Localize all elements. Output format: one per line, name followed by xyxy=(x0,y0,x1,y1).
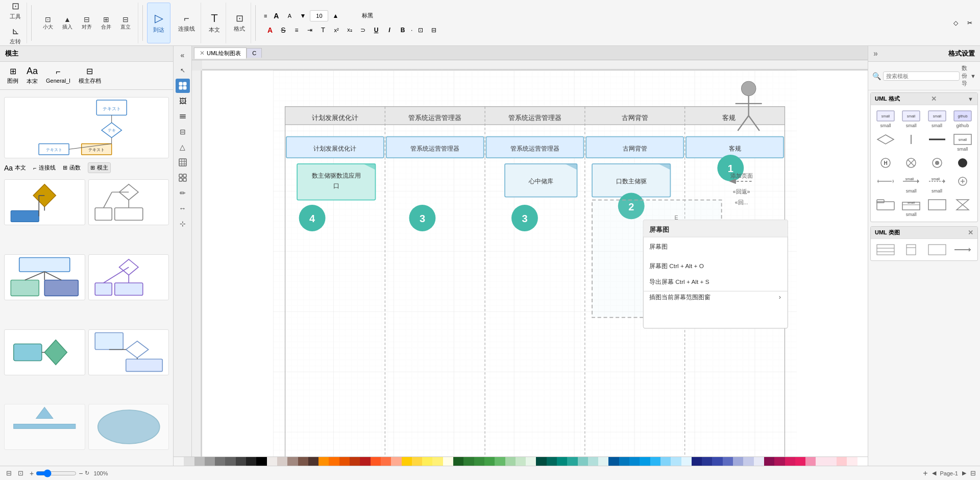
color-swatch[interactable] xyxy=(557,457,567,466)
resize-button[interactable]: ⊡ 小大 xyxy=(39,14,57,32)
zoom-slider[interactable] xyxy=(36,469,77,477)
uml-class-line[interactable] xyxy=(951,242,974,257)
uml-shape-circle-dot[interactable] xyxy=(925,155,949,172)
shape-card-3[interactable] xyxy=(4,254,85,300)
properties-btn[interactable]: ⊟ xyxy=(176,125,190,139)
subscript-btn[interactable]: x₂ xyxy=(344,24,356,36)
uml-shape-circle-H[interactable]: H xyxy=(874,155,897,172)
color-swatch[interactable] xyxy=(526,457,536,466)
color-swatch[interactable] xyxy=(360,457,370,466)
insert-button[interactable]: ▲ 插入 xyxy=(58,14,77,32)
font-size-input[interactable] xyxy=(310,10,328,21)
table-tool[interactable]: ⊞函数 xyxy=(63,162,81,173)
text-style-btn[interactable]: T xyxy=(317,24,329,36)
color-swatch[interactable] xyxy=(785,457,795,466)
pointer-button[interactable]: ⊾ 左转 xyxy=(7,24,23,47)
color-swatch[interactable] xyxy=(774,457,785,466)
color-swatch[interactable] xyxy=(225,457,235,466)
right-search-input[interactable] xyxy=(883,71,960,81)
color-swatch[interactable] xyxy=(236,457,246,466)
color-swatch[interactable] xyxy=(650,457,660,466)
main-tool[interactable]: ⊞模主 xyxy=(88,162,111,173)
color-swatch[interactable] xyxy=(402,457,412,466)
page-settings-btn[interactable]: ⊟ xyxy=(4,468,14,478)
color-swatch[interactable] xyxy=(412,457,422,466)
zoom-out-btn[interactable]: − xyxy=(79,469,83,477)
strikethrough-btn[interactable]: S xyxy=(277,24,289,36)
color-swatch[interactable] xyxy=(329,457,339,466)
add-page-btn[interactable]: + xyxy=(923,469,927,478)
shapes-btn[interactable] xyxy=(176,79,190,93)
color-swatch[interactable] xyxy=(547,457,557,466)
color-swatch[interactable] xyxy=(692,457,702,466)
diagram-canvas[interactable]: 计划发展优化计 管系统运营管理器 管系统运营管理器 古网背管 客规 数主储驱数流… xyxy=(202,70,868,480)
page-layout-btn[interactable]: ⊟ xyxy=(970,469,976,477)
uml-shape-arrow-label2[interactable]: small small xyxy=(925,174,949,195)
uml-shape-circle-arrows[interactable] xyxy=(951,174,974,195)
shape-card-5[interactable] xyxy=(4,329,85,375)
color-swatch[interactable] xyxy=(277,457,287,466)
uml-shape-line-v[interactable] xyxy=(899,132,923,153)
bold-btn[interactable]: B xyxy=(397,24,409,36)
uml-shape-rect1[interactable]: small small xyxy=(874,108,897,130)
uml-shape-circle-fill[interactable] xyxy=(951,155,974,172)
navigate-button[interactable]: ▷ 到达 xyxy=(151,10,167,35)
superscript-btn[interactable]: x² xyxy=(330,24,342,36)
color-swatch[interactable] xyxy=(816,457,826,466)
table-btn[interactable] xyxy=(176,155,190,170)
font-color-btn[interactable]: A xyxy=(264,24,276,36)
font-size-up[interactable]: ▲ xyxy=(329,10,341,22)
color-swatch[interactable] xyxy=(681,457,692,466)
color-swatch[interactable] xyxy=(184,457,194,466)
tab-close[interactable]: ✕ xyxy=(200,50,205,57)
color-swatch[interactable] xyxy=(671,457,681,466)
color-swatch[interactable] xyxy=(857,457,868,466)
uml-section-close[interactable]: ✕ xyxy=(931,95,937,103)
color-swatch[interactable] xyxy=(629,457,640,466)
color-swatch[interactable] xyxy=(371,457,381,466)
uml-shape-diamond[interactable] xyxy=(874,132,897,153)
color-swatch[interactable] xyxy=(619,457,629,466)
select-btn[interactable]: ↖ xyxy=(176,63,190,78)
color-swatch[interactable] xyxy=(463,457,474,466)
underline-btn[interactable]: U xyxy=(370,24,382,36)
color-swatch[interactable] xyxy=(847,457,857,466)
color-swatch[interactable] xyxy=(598,457,608,466)
color-swatch[interactable] xyxy=(588,457,598,466)
uml-class-rect2[interactable] xyxy=(899,242,923,257)
color-swatch[interactable] xyxy=(754,457,764,466)
color-swatch[interactable] xyxy=(443,457,453,466)
color-swatch[interactable] xyxy=(474,457,484,466)
uml-shape-arrow-left[interactable] xyxy=(874,174,897,195)
indent-btn[interactable]: ⇥ xyxy=(304,24,316,36)
color-swatch[interactable] xyxy=(743,457,753,466)
color-swatch[interactable] xyxy=(608,457,619,466)
color-swatch[interactable] xyxy=(837,457,847,466)
align-button[interactable]: ⊟ 对齐 xyxy=(78,14,96,32)
uml-class-close[interactable]: ✕ xyxy=(968,229,973,236)
color-swatch[interactable] xyxy=(795,457,805,466)
layers-btn[interactable] xyxy=(176,109,190,124)
color-swatch[interactable] xyxy=(194,457,205,466)
shape-card-7[interactable] xyxy=(4,404,85,450)
uml-shape-rect2[interactable]: small small xyxy=(899,108,923,130)
color-swatch[interactable] xyxy=(484,457,495,466)
shape-card-6[interactable] xyxy=(88,329,169,375)
tools-button[interactable]: ⊡ 工具 xyxy=(7,0,23,22)
color-swatch[interactable] xyxy=(536,457,546,466)
color-swatch[interactable] xyxy=(805,457,816,466)
resize-handle[interactable]: ↔ xyxy=(176,201,190,215)
uml-class-rect1[interactable] xyxy=(874,242,897,257)
straight-button[interactable]: ⊟ 直立 xyxy=(116,14,135,32)
uml-shape-rect-label2[interactable]: small small xyxy=(899,197,923,219)
list-btn[interactable]: ≡ xyxy=(290,24,303,36)
color-swatch[interactable] xyxy=(723,457,733,466)
color-swatch[interactable] xyxy=(391,457,401,466)
uml-shape-arrow-label1[interactable]: small small xyxy=(899,174,923,195)
uml-shape-folder[interactable] xyxy=(874,197,897,219)
color-swatch[interactable] xyxy=(516,457,526,466)
zoom-in-btn[interactable]: + xyxy=(30,469,34,477)
color-swatch[interactable] xyxy=(350,457,360,466)
font-size-dropdown[interactable]: ▼ xyxy=(297,10,309,22)
text-button[interactable]: T 本文 xyxy=(206,10,223,35)
